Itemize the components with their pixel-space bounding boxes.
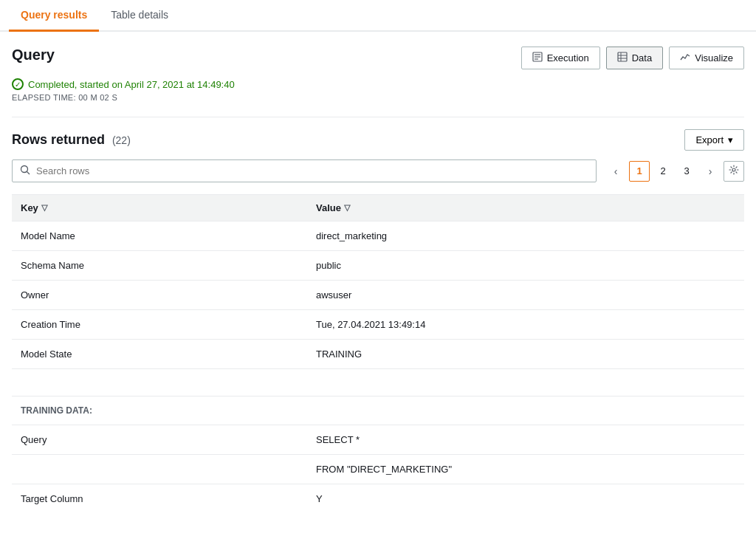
cell-key: TRAINING DATA: — [12, 396, 307, 425]
cell-value: awsuser — [307, 281, 744, 310]
rows-count: (22) — [112, 134, 131, 146]
page-2-button[interactable]: 2 — [653, 161, 673, 182]
cell-key — [12, 455, 307, 484]
table-row: FROM "DIRECT_MARKETING" — [12, 455, 744, 484]
rows-section: Rows returned (22) Export ▾ ‹ — [12, 117, 744, 513]
execution-icon — [532, 52, 543, 64]
visualize-label: Visualize — [695, 52, 733, 63]
search-icon — [20, 165, 30, 177]
main-content: Query Execution — [0, 32, 756, 528]
gear-icon — [729, 165, 739, 177]
prev-page-button[interactable]: ‹ — [605, 161, 626, 182]
svg-line-9 — [27, 172, 30, 175]
search-box[interactable] — [12, 159, 597, 182]
svg-point-10 — [732, 168, 735, 171]
svg-rect-4 — [618, 52, 627, 61]
empty-cell — [12, 369, 744, 396]
table-row: Model StateTRAINING — [12, 340, 744, 369]
page-3-button[interactable]: 3 — [676, 161, 697, 182]
cell-key: Model State — [12, 340, 307, 369]
cell-key: Model Name — [12, 222, 307, 251]
cell-value: FROM "DIRECT_MARKETING" — [307, 455, 744, 484]
query-actions: Execution Data — [521, 47, 744, 69]
tab-table-details[interactable]: Table details — [99, 0, 180, 32]
execution-label: Execution — [547, 52, 589, 63]
cell-value: TRAINING — [307, 340, 744, 369]
visualize-button[interactable]: Visualize — [669, 47, 744, 69]
table-row: Schema Namepublic — [12, 251, 744, 281]
status-icon: ✓ — [12, 78, 24, 90]
rows-returned-label: Rows returned — [12, 132, 105, 147]
page-1-button[interactable]: 1 — [629, 161, 650, 182]
table-row: Creation TimeTue, 27.04.2021 13:49:14 — [12, 310, 744, 340]
cell-key: Creation Time — [12, 310, 307, 340]
chevron-down-icon: ▾ — [728, 134, 733, 145]
cell-value: SELECT * — [307, 425, 744, 455]
svg-point-8 — [21, 166, 28, 173]
table-settings-button[interactable] — [724, 161, 744, 182]
visualize-icon — [680, 52, 690, 64]
rows-title: Rows returned (22) — [12, 132, 131, 148]
cell-value: Tue, 27.04.2021 13:49:14 — [307, 310, 744, 340]
key-filter-icon[interactable]: ▽ — [41, 203, 47, 213]
table-row: Target ColumnY — [12, 484, 744, 514]
tab-bar: Query results Table details — [0, 0, 756, 32]
table-row: TRAINING DATA: — [12, 396, 744, 425]
cell-key: Target Column — [12, 484, 307, 514]
cell-key: Schema Name — [12, 251, 307, 281]
data-table: Key ▽ Value ▽ Model Namedirect_marketing… — [12, 194, 744, 513]
export-button[interactable]: Export ▾ — [684, 129, 744, 151]
table-row — [12, 369, 744, 396]
data-icon — [617, 52, 628, 64]
execution-button[interactable]: Execution — [521, 47, 600, 69]
table-row: Ownerawsuser — [12, 281, 744, 310]
search-input[interactable] — [36, 165, 588, 176]
pagination: ‹ 1 2 3 › — [605, 161, 744, 182]
data-label: Data — [632, 52, 652, 63]
table-row: Model Namedirect_marketing — [12, 222, 744, 251]
export-label: Export — [695, 134, 724, 145]
table-row: QuerySELECT * — [12, 425, 744, 455]
data-button[interactable]: Data — [606, 47, 663, 69]
status-row: ✓ Completed, started on April 27, 2021 a… — [12, 78, 744, 90]
query-header: Query Execution — [12, 47, 744, 69]
elapsed-time: ELAPSED TIME: 00 m 02 s — [12, 93, 744, 102]
rows-header: Rows returned (22) Export ▾ — [12, 129, 744, 151]
col-header-key: Key ▽ — [12, 195, 307, 222]
tab-query-results[interactable]: Query results — [9, 0, 99, 32]
status-text: Completed, started on April 27, 2021 at … — [28, 79, 235, 90]
cell-value: Y — [307, 484, 744, 514]
cell-value — [307, 396, 744, 425]
query-title: Query — [12, 47, 55, 63]
cell-value: direct_marketing — [307, 222, 744, 251]
value-filter-icon[interactable]: ▽ — [344, 203, 350, 213]
search-pagination-row: ‹ 1 2 3 › — [12, 159, 744, 182]
cell-key: Query — [12, 425, 307, 455]
cell-key: Owner — [12, 281, 307, 310]
table-header-row: Key ▽ Value ▽ — [12, 195, 744, 222]
cell-value: public — [307, 251, 744, 281]
next-page-button[interactable]: › — [700, 161, 721, 182]
col-header-value: Value ▽ — [307, 195, 744, 222]
